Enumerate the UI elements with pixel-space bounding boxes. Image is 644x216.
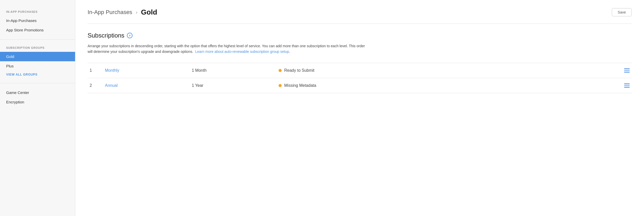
header-divider	[88, 23, 632, 24]
sidebar-section-subscription-groups: Subscription Groups Gold Plus	[0, 44, 75, 71]
status-label-1: Ready to Submit	[284, 68, 314, 73]
handle-line-icon	[624, 72, 630, 73]
sub-duration-2: 1 Year	[192, 83, 279, 88]
sidebar-section-in-app-purchases: In-App Purchases In-App Purchases App St…	[0, 8, 75, 35]
sidebar-divider-2	[0, 83, 75, 83]
sub-handle-2[interactable]	[621, 83, 630, 88]
sub-name-annual[interactable]: Annual	[105, 83, 192, 88]
table-row: 2 Annual 1 Year Missing Metadata	[88, 78, 632, 93]
sidebar-divider-1	[0, 39, 75, 40]
sidebar-item-view-all-groups[interactable]: VIEW ALL GROUPS	[0, 71, 75, 78]
handle-line-icon	[624, 83, 630, 84]
subscriptions-description: Arrange your subscriptions in descending…	[88, 43, 368, 55]
add-subscription-icon[interactable]: +	[127, 33, 133, 38]
subscriptions-list: 1 Monthly 1 Month Ready to Submit 2 Annu…	[88, 63, 632, 93]
learn-more-link[interactable]: Learn more about auto-renewable subscrip…	[195, 50, 289, 54]
sub-status-1: Ready to Submit	[279, 68, 621, 73]
sidebar-section-label-iap: In-App Purchases	[0, 10, 75, 16]
status-label-2: Missing Metadata	[284, 83, 316, 88]
sidebar-item-in-app-purchases[interactable]: In-App Purchases	[0, 16, 75, 25]
main-content: In-App Purchases › Gold Save Subscriptio…	[75, 0, 644, 216]
header-row: In-App Purchases › Gold Save	[88, 8, 632, 16]
sidebar-item-encryption[interactable]: Encryption	[0, 97, 75, 107]
sidebar: In-App Purchases In-App Purchases App St…	[0, 0, 75, 216]
sub-handle-1[interactable]	[621, 68, 630, 73]
breadcrumb-chevron-icon: ›	[136, 10, 137, 15]
status-dot-1	[279, 69, 282, 72]
handle-line-icon	[624, 85, 630, 86]
breadcrumb-current: Gold	[141, 8, 157, 16]
section-title: Subscriptions	[88, 32, 124, 39]
table-row: 1 Monthly 1 Month Ready to Submit	[88, 63, 632, 78]
section-title-row: Subscriptions +	[88, 32, 632, 39]
breadcrumb-parent[interactable]: In-App Purchases	[88, 9, 132, 16]
handle-line-icon	[624, 87, 630, 88]
sidebar-item-game-center[interactable]: Game Center	[0, 88, 75, 97]
breadcrumb: In-App Purchases › Gold	[88, 8, 157, 16]
handle-line-icon	[624, 68, 630, 69]
status-dot-2	[279, 84, 282, 87]
sidebar-item-app-store-promotions[interactable]: App Store Promotions	[0, 25, 75, 35]
sub-number-2: 2	[90, 83, 105, 88]
sub-number-1: 1	[90, 68, 105, 73]
sidebar-item-plus[interactable]: Plus	[0, 61, 75, 71]
sub-status-2: Missing Metadata	[279, 83, 621, 88]
sub-name-monthly[interactable]: Monthly	[105, 68, 192, 73]
sidebar-item-gold[interactable]: Gold	[0, 52, 75, 61]
sub-duration-1: 1 Month	[192, 68, 279, 73]
handle-line-icon	[624, 70, 630, 71]
save-button[interactable]: Save	[612, 8, 632, 16]
sidebar-section-label-groups: Subscription Groups	[0, 46, 75, 52]
